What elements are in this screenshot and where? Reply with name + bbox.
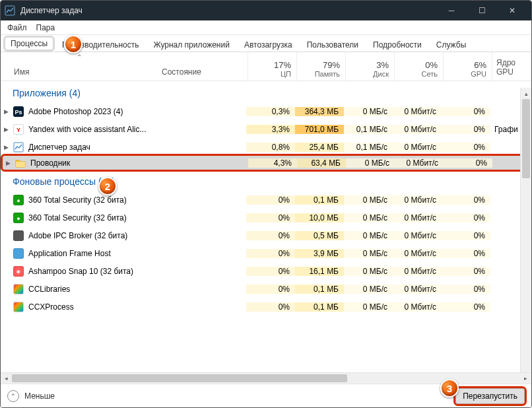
process-name: Application Frame Host [28, 249, 160, 258]
disk-cell: 0,1 МБ/с [344, 125, 393, 134]
gpu-cell: 0% [442, 213, 490, 222]
header-gpu-core[interactable]: Ядро GPU [492, 52, 531, 81]
section-applications: Приложения (4) [1, 81, 531, 102]
tab-startup[interactable]: Автозагрузка [237, 37, 300, 52]
app-icon [13, 301, 24, 313]
gpu-cell: 0% [442, 302, 490, 312]
process-row[interactable]: Application Frame Host0%3,9 МБ0 МБ/с0 Мб… [1, 244, 531, 262]
network-cell: 0 Мбит/с [393, 249, 442, 258]
memory-cell: 0,1 МБ [295, 285, 344, 294]
gpu-cell: 0% [442, 107, 490, 116]
task-manager-icon [5, 5, 15, 16]
network-cell: 0 Мбит/с [393, 231, 442, 240]
gpu-cell: 0% [442, 231, 490, 240]
restart-button[interactable]: Перезапустить [455, 388, 525, 404]
process-row[interactable]: ▶Проводник4,3%63,4 МБ0 МБ/с0 Мбит/с0% [1, 154, 531, 172]
section-background-processes: Фоновые процессы (83) [1, 170, 531, 191]
gpu-cell: 0% [442, 195, 490, 205]
memory-cell: 701,0 МБ [295, 125, 344, 134]
process-name: Проводник [30, 158, 162, 168]
callout-badge-2: 2 [98, 177, 117, 195]
scroll-right-icon[interactable]: ▸ [520, 375, 531, 382]
minimize-button[interactable]: ─ [436, 1, 467, 20]
scroll-up-icon[interactable]: ▴ [521, 88, 531, 99]
network-cell: 0 Мбит/с [393, 107, 442, 116]
app-icon [13, 283, 24, 295]
process-row[interactable]: Adobe IPC Broker (32 бита)0%0,5 МБ0 МБ/с… [1, 226, 531, 244]
app-icon: Y [13, 123, 24, 135]
header-memory[interactable]: 79% Память [296, 52, 345, 81]
memory-cell: 63,4 МБ [297, 158, 346, 168]
vertical-scrollbar[interactable]: ▴ [520, 88, 531, 373]
menu-file[interactable]: Файл [3, 22, 31, 34]
menubar: Файл Параметры [1, 20, 531, 35]
expand-icon[interactable]: ▶ [1, 126, 11, 133]
process-row[interactable]: ●360 Total Security (32 бита)0%0,1 МБ0 М… [1, 191, 531, 209]
app-icon [13, 141, 24, 153]
expand-icon[interactable]: ▶ [1, 108, 11, 115]
process-name: Adobe Photoshop 2023 (4) [28, 107, 160, 116]
gpu-cell: 0% [442, 285, 490, 294]
tab-app-history[interactable]: Журнал приложений [147, 37, 237, 52]
gpu-cell: 0% [442, 143, 490, 152]
memory-cell: 25,4 МБ [295, 143, 344, 152]
fewer-details-button[interactable]: ⌃ Меньше [7, 390, 55, 402]
memory-cell: 0,1 МБ [295, 195, 344, 205]
network-cell: 0 Мбит/с [393, 302, 442, 312]
process-name: CCLibraries [28, 285, 160, 294]
network-cell: 0 Мбит/с [393, 285, 442, 294]
horizontal-scrollbar-thumb[interactable] [12, 374, 347, 382]
expand-icon[interactable]: ▶ [1, 144, 11, 151]
titlebar: Диспетчер задач ─ ☐ ✕ [1, 1, 531, 20]
cpu-cell: 0,3% [246, 107, 295, 116]
app-icon [13, 230, 24, 242]
app-icon: ✶ [13, 265, 24, 277]
menu-params[interactable]: Параметры [32, 22, 55, 34]
disk-cell: 0 МБ/с [344, 285, 393, 294]
tab-processes[interactable]: Процессы [3, 36, 55, 51]
header-disk[interactable]: 3% Диск [345, 52, 394, 81]
cpu-cell: 0% [246, 231, 295, 240]
process-name: Yandex with voice assistant Alic... [28, 125, 160, 134]
cpu-cell: 4,3% [248, 158, 297, 168]
process-row[interactable]: ✶Ashampoo Snap 10 (32 бита)0%16,1 МБ0 МБ… [1, 262, 531, 280]
process-list: Приложения (4) ▶PsAdobe Photoshop 2023 (… [1, 81, 531, 370]
sort-indicator-icon: ⌃ [77, 53, 82, 61]
tab-services[interactable]: Службы [429, 37, 473, 52]
cpu-cell: 3,3% [246, 125, 295, 134]
header-network[interactable]: 0% Сеть [394, 52, 443, 81]
header-cpu[interactable]: 17% ЦП [248, 52, 296, 81]
chevron-up-icon: ⌃ [7, 390, 19, 402]
network-cell: 0 Мбит/с [393, 125, 442, 134]
close-button[interactable]: ✕ [497, 1, 527, 20]
maximize-button[interactable]: ☐ [467, 1, 497, 20]
disk-cell: 0 МБ/с [344, 231, 393, 240]
header-name[interactable]: Имя [1, 67, 162, 81]
process-row[interactable]: ●360 Total Security (32 бита)0%10,0 МБ0 … [1, 209, 531, 226]
process-row[interactable]: CCLibraries0%0,1 МБ0 МБ/с0 Мбит/с0% [1, 280, 531, 298]
process-row[interactable]: ▶Диспетчер задач0,8%25,4 МБ0,1 МБ/с0 Мби… [1, 138, 531, 156]
callout-badge-1: 1 [64, 35, 83, 53]
process-row[interactable]: CCXProcess0%0,1 МБ0 МБ/с0 Мбит/с0% [1, 298, 531, 316]
network-cell: 0 Мбит/с [393, 267, 442, 276]
process-row[interactable]: ▶PsAdobe Photoshop 2023 (4)0,3%364,3 МБ0… [1, 102, 531, 120]
disk-cell: 0 МБ/с [344, 107, 393, 116]
memory-cell: 10,0 МБ [295, 213, 344, 222]
process-name: Ashampoo Snap 10 (32 бита) [28, 267, 160, 276]
process-name: Диспетчер задач [28, 143, 160, 152]
process-row[interactable]: ▶YYandex with voice assistant Alic...3,3… [1, 120, 531, 138]
disk-cell: 0 МБ/с [344, 302, 393, 312]
header-state[interactable]: Состояние [162, 67, 248, 81]
vertical-scrollbar-thumb[interactable] [522, 99, 530, 178]
header-gpu[interactable]: 6% GPU [443, 52, 492, 81]
cpu-cell: 0,8% [246, 143, 295, 152]
memory-cell: 0,1 МБ [295, 302, 344, 312]
tab-details[interactable]: Подробности [366, 37, 429, 52]
network-cell: 0 Мбит/с [393, 195, 442, 205]
expand-icon[interactable]: ▶ [3, 160, 13, 166]
scroll-left-icon[interactable]: ◂ [1, 375, 12, 382]
tab-users[interactable]: Пользователи [300, 37, 366, 52]
process-name: Adobe IPC Broker (32 бита) [28, 231, 160, 240]
gpu-cell: 0% [442, 249, 490, 258]
memory-cell: 16,1 МБ [295, 267, 344, 276]
